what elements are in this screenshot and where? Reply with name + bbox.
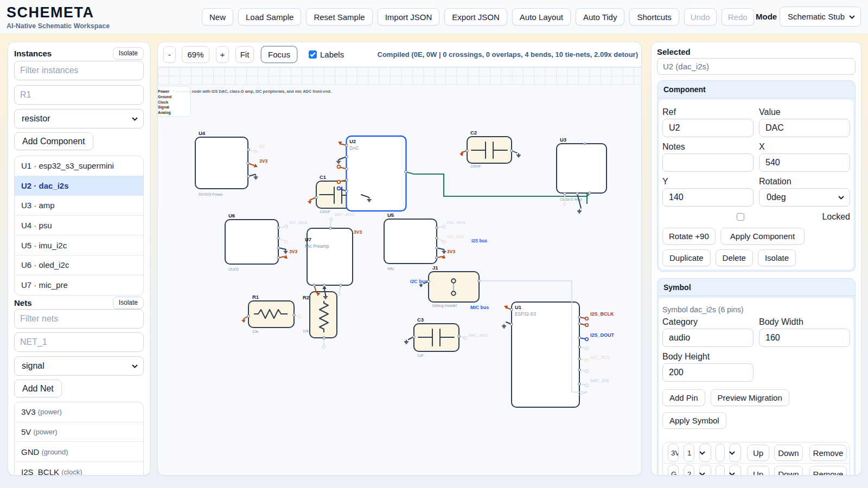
svg-text:3V3: 3V3 [259, 158, 267, 164]
svg-text:J1: J1 [432, 265, 438, 271]
svg-text:1uF: 1uF [417, 354, 424, 357]
svg-text:I2C_SCL: I2C_SCL [590, 355, 611, 360]
svg-text:Signal: Signal [158, 105, 169, 110]
svg-text:MIC bus: MIC bus [470, 305, 489, 310]
svg-text:C2: C2 [470, 130, 477, 136]
svg-text:100nF: 100nF [320, 210, 330, 214]
svg-text:Power: Power [158, 89, 169, 93]
svg-text:10k: 10k [303, 329, 309, 333]
svg-text:5V: 5V [259, 144, 265, 149]
svg-text:R2: R2 [303, 294, 309, 300]
svg-text:I2C_SCL: I2C_SCL [447, 234, 465, 239]
svg-text:DAC: DAC [349, 145, 359, 151]
svg-text:I2C_SDA: I2C_SDA [289, 220, 308, 225]
svg-text:IMU: IMU [387, 267, 394, 271]
svg-text:5V/3V3 Power: 5V/3V3 Power [199, 192, 223, 196]
svg-text:ESP32-S3: ESP32-S3 [515, 311, 536, 317]
svg-text:Debug Header: Debug Header [432, 304, 457, 308]
svg-text:MIC_ADC: MIC_ADC [469, 333, 489, 338]
svg-text:I2S_DOUT: I2S_DOUT [590, 332, 615, 338]
svg-text:U5: U5 [387, 212, 394, 218]
svg-text:Clock: Clock [158, 100, 168, 104]
svg-text:U7: U7 [305, 236, 311, 242]
svg-text:I2C_SDA: I2C_SDA [447, 220, 465, 225]
svg-text:MIC_EN: MIC_EN [590, 378, 609, 383]
svg-text:3V3: 3V3 [289, 249, 297, 254]
svg-text:Analog: Analog [158, 111, 171, 115]
svg-text:U3: U3 [560, 137, 566, 143]
svg-text:Ground: Ground [158, 95, 171, 99]
svg-text:node with I2S DAC, class-D amp: node with I2S DAC, class-D amp, I2C peri… [192, 89, 331, 94]
svg-text:C1: C1 [320, 174, 327, 180]
svg-text:MIC_ADC: MIC_ADC [335, 212, 355, 217]
svg-text:OLED: OLED [228, 267, 239, 271]
svg-text:3V3: 3V3 [447, 249, 455, 254]
svg-text:I2S bus: I2S bus [471, 239, 488, 243]
svg-text:3V3: 3V3 [354, 229, 362, 235]
svg-text:U1: U1 [515, 304, 522, 310]
svg-text:U6: U6 [228, 213, 235, 219]
svg-text:R1: R1 [252, 294, 259, 300]
svg-text:C3: C3 [417, 317, 424, 323]
svg-text:10k: 10k [252, 330, 259, 333]
svg-text:100nF: 100nF [470, 164, 481, 168]
svg-text:U4: U4 [199, 130, 206, 136]
svg-text:I2S_BCLK: I2S_BCLK [590, 311, 614, 317]
svg-text:U2: U2 [349, 138, 356, 144]
svg-text:Mic Preamp: Mic Preamp [305, 243, 329, 249]
